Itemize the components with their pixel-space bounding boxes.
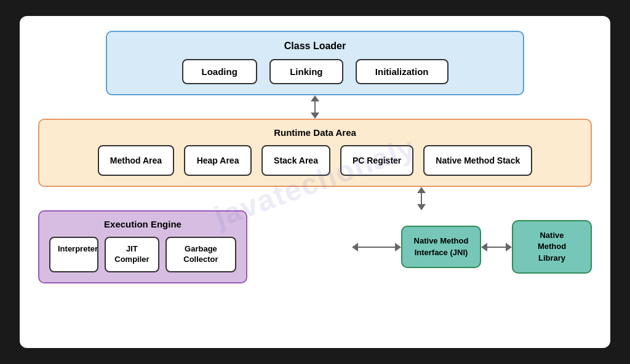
arrow-nmi-nml (481, 243, 512, 251)
runtime-items: Method Area Heap Area Stack Area PC Regi… (49, 145, 581, 176)
exec-items: Interpreter JIT Compiler Garbage Collect… (49, 237, 236, 272)
rt-item-heap-area: Heap Area (184, 145, 252, 176)
runtime-data-area-box: Runtime Data Area Method Area Heap Area … (38, 119, 592, 187)
nmi-label: Native Method Interface (JNI) (414, 236, 469, 256)
class-loader-box: Class Loader Loading Linking Initializat… (106, 31, 524, 95)
execution-engine-title: Execution Engine (49, 219, 236, 229)
cl-item-linking: Linking (269, 59, 343, 84)
execution-engine-box: Execution Engine Interpreter JIT Compile… (38, 210, 247, 283)
nml-label: Native Method Library (538, 231, 566, 262)
class-loader-items: Loading Linking Initialization (119, 59, 511, 84)
exec-item-interpreter: Interpreter (49, 237, 98, 272)
cl-item-loading: Loading (182, 59, 257, 84)
runtime-data-area-title: Runtime Data Area (49, 127, 581, 138)
exec-item-jit: JIT Compiler (105, 237, 159, 272)
connector-row (38, 187, 592, 210)
rt-item-pc-register: PC Register (340, 145, 413, 176)
native-method-library-box: Native Method Library (512, 220, 592, 274)
exec-item-gc: Garbage Collector (165, 237, 236, 272)
diagram-container: javatechonaly Class Loader Loading Linki… (20, 16, 610, 348)
rt-item-native-method-stack: Native Method Stack (423, 145, 532, 176)
arrow-rda-to-bottom (417, 187, 426, 210)
class-loader-title: Class Loader (119, 41, 511, 52)
arrow-exec-nmi (352, 243, 401, 251)
bottom-row: Execution Engine Interpreter JIT Compile… (38, 210, 592, 283)
arrow-cl-to-rda (311, 95, 319, 119)
native-method-interface-box: Native Method Interface (JNI) (401, 226, 481, 267)
rt-item-method-area: Method Area (98, 145, 174, 176)
cl-item-initialization: Initialization (356, 59, 449, 84)
rt-item-stack-area: Stack Area (261, 145, 330, 176)
